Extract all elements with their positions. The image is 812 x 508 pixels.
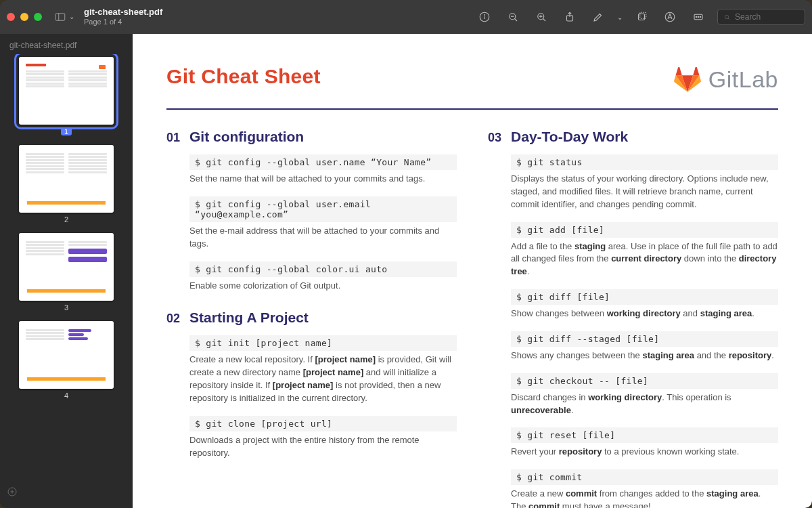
window-controls — [7, 13, 42, 21]
page-counter: Page 1 of 4 — [84, 18, 162, 26]
command-desc: Displays the status of your working dire… — [511, 173, 778, 211]
entry: $ git checkout -- [file] Discard changes… — [488, 373, 778, 417]
thumbnail-number: 4 — [64, 391, 68, 400]
document-title: Git Cheat Sheet — [166, 65, 321, 88]
command-code: $ git diff [file] — [511, 289, 778, 305]
section-title: Day-To-Day Work — [511, 129, 628, 145]
svg-rect-13 — [639, 14, 645, 20]
entry: $ git diff [file] Show changes between w… — [488, 289, 778, 320]
thumbnail-number: 3 — [64, 303, 68, 312]
svg-rect-0 — [55, 14, 65, 21]
highlight-button[interactable] — [589, 7, 608, 26]
command-desc: Shows any changes between the staging ar… — [511, 350, 778, 362]
command-code: $ git clone [project url] — [189, 416, 457, 431]
search-input[interactable] — [735, 12, 799, 22]
app-window: ⌄ git-cheat-sheet.pdf Page 1 of 4 ⌄ — [0, 0, 812, 508]
left-column: 01 Git configuration $ git config --glob… — [166, 129, 457, 508]
titlebar: ⌄ git-cheat-sheet.pdf Page 1 of 4 ⌄ — [0, 0, 812, 34]
command-desc: Create a new commit from changes added t… — [511, 488, 778, 508]
thumbnail-list: 1 2 3 4 — [0, 54, 133, 482]
entry: $ git commit Create a new commit from ch… — [488, 469, 778, 508]
command-code: $ git reset [file] — [511, 427, 778, 443]
zoom-in-button[interactable] — [532, 7, 551, 26]
zoom-out-button[interactable] — [503, 7, 522, 26]
search-box[interactable] — [717, 9, 805, 25]
svg-point-19 — [700, 16, 701, 18]
entry: $ git config --global color.ui auto Enab… — [166, 261, 457, 293]
entry: $ git init [project name] Create a new l… — [166, 335, 457, 404]
command-desc: Set the name that will be attached to yo… — [189, 173, 457, 186]
thumbnail-page-1[interactable]: 1 — [9, 57, 123, 135]
command-desc: Downloads a project with the entire hist… — [189, 434, 457, 460]
page-viewport[interactable]: Git Cheat Sheet GitLab — [133, 34, 812, 508]
command-desc: Create a new local repository. If [proje… — [189, 354, 457, 404]
right-column: 03 Day-To-Day Work $ git status Displays… — [488, 129, 778, 508]
svg-line-6 — [514, 18, 517, 21]
section-number: 02 — [166, 312, 180, 326]
markup-button[interactable] — [660, 7, 679, 26]
entry: $ git diff --staged [file] Shows any cha… — [488, 331, 778, 362]
svg-rect-14 — [640, 12, 646, 18]
command-desc: Discard changes in working directory. Th… — [511, 391, 778, 417]
sidebar-toggle-button[interactable]: ⌄ — [54, 11, 74, 23]
maximize-button[interactable] — [34, 13, 42, 21]
entry: $ git status Displays the status of your… — [488, 154, 778, 211]
section-git-configuration: 01 Git configuration $ git config --glob… — [166, 129, 457, 292]
entry: $ git reset [file] Revert your repositor… — [488, 427, 778, 459]
entry: $ git add [file] Add a file to the stagi… — [488, 222, 778, 279]
form-button[interactable] — [689, 7, 708, 26]
chevron-down-icon: ⌄ — [69, 13, 74, 20]
minimize-button[interactable] — [20, 13, 28, 21]
section-number: 01 — [166, 131, 180, 145]
section-number: 03 — [488, 131, 501, 145]
entry: $ git clone [project url] Downloads a pr… — [166, 416, 457, 460]
add-page-button[interactable] — [7, 486, 126, 500]
rotate-button[interactable] — [632, 7, 651, 26]
command-desc: Revert your repository to a previous kno… — [511, 446, 778, 459]
command-code: $ git add [file] — [511, 222, 778, 238]
command-code: $ git diff --staged [file] — [511, 331, 778, 347]
gitlab-icon — [673, 65, 702, 93]
info-button[interactable] — [475, 7, 494, 26]
section-day-to-day-work: 03 Day-To-Day Work $ git status Displays… — [488, 129, 778, 508]
command-code: $ git commit — [511, 469, 778, 485]
section-title: Starting A Project — [189, 310, 309, 326]
command-code: $ git init [project name] — [189, 335, 457, 351]
thumbnail-number: 1 — [61, 127, 72, 135]
command-desc: Show changes between working directory a… — [511, 308, 778, 320]
sidebar-filename: git-cheat-sheet.pdf — [0, 41, 133, 54]
search-icon — [723, 13, 731, 22]
highlight-chevron-icon[interactable]: ⌄ — [617, 14, 623, 21]
svg-point-18 — [698, 16, 699, 18]
svg-line-9 — [543, 18, 545, 21]
thumbnail-number: 2 — [64, 215, 68, 224]
section-title: Git configuration — [189, 129, 304, 145]
command-code: $ git config --global user.email “you@ex… — [189, 196, 457, 222]
thumbnail-sidebar: git-cheat-sheet.pdf 1 2 3 4 — [0, 34, 133, 508]
svg-point-4 — [484, 15, 485, 16]
command-code: $ git config --global user.name “Your Na… — [189, 154, 457, 170]
entry: $ git config --global user.name “Your Na… — [166, 154, 457, 186]
command-code: $ git status — [511, 154, 778, 170]
entry: $ git config --global user.email “you@ex… — [166, 196, 457, 251]
document-title-block: git-cheat-sheet.pdf Page 1 of 4 — [84, 7, 162, 26]
share-button[interactable] — [560, 7, 579, 26]
thumbnail-page-2[interactable]: 2 — [9, 145, 123, 224]
command-desc: Enable some colorization of Git output. — [189, 280, 457, 293]
command-desc: Set the e-mail address that will be atta… — [189, 225, 457, 251]
thumbnail-page-4[interactable]: 4 — [9, 321, 123, 400]
brand-logo: GitLab — [673, 65, 778, 93]
command-code: $ git checkout -- [file] — [511, 373, 778, 389]
svg-point-17 — [696, 16, 697, 18]
document-filename: git-cheat-sheet.pdf — [84, 7, 162, 18]
brand-name: GitLab — [708, 66, 778, 93]
close-button[interactable] — [7, 13, 15, 21]
section-starting-a-project: 02 Starting A Project $ git init [projec… — [166, 310, 457, 459]
thumbnail-page-3[interactable]: 3 — [9, 233, 123, 312]
page-canvas: Git Cheat Sheet GitLab — [133, 34, 812, 508]
command-code: $ git config --global color.ui auto — [189, 261, 457, 277]
svg-line-21 — [728, 18, 729, 19]
command-desc: Add a file to the staging area. Use in p… — [511, 240, 778, 279]
